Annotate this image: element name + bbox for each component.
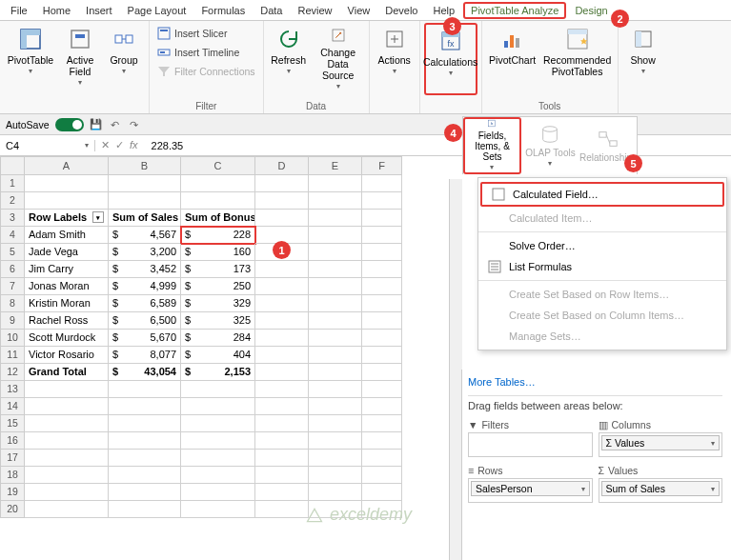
tab-developer[interactable]: Develo <box>378 3 424 18</box>
cell[interactable] <box>181 381 255 398</box>
cell[interactable] <box>109 450 181 467</box>
cell[interactable] <box>309 175 362 192</box>
col-header-C[interactable]: C <box>181 156 255 175</box>
data-bonus-cell[interactable]: $228 <box>181 227 255 244</box>
pivottable-button[interactable]: PivotTable▾ <box>4 23 57 95</box>
row-header-5[interactable]: 5 <box>0 244 25 261</box>
tab-file[interactable]: File <box>4 3 34 18</box>
cell[interactable] <box>362 312 402 330</box>
cell[interactable] <box>309 312 362 330</box>
cell[interactable] <box>362 210 402 227</box>
cell[interactable] <box>181 192 255 210</box>
save-icon[interactable]: 💾 <box>90 118 103 131</box>
tab-page-layout[interactable]: Page Layout <box>121 3 193 18</box>
cell[interactable] <box>255 415 309 432</box>
data-name-cell[interactable]: Kristin Moran <box>25 295 109 312</box>
cell[interactable] <box>255 398 309 415</box>
fields-items-sets-button[interactable]: fx Fields, Items, & Sets▾ <box>463 117 521 174</box>
cell[interactable] <box>309 467 362 484</box>
cell[interactable] <box>109 415 181 432</box>
group-button[interactable]: Group▾ <box>103 23 145 95</box>
cell[interactable] <box>309 432 362 450</box>
cell[interactable] <box>362 192 402 210</box>
columns-pill[interactable]: Σ Values▾ <box>601 435 721 450</box>
cell[interactable] <box>362 330 402 347</box>
cell[interactable] <box>25 175 109 192</box>
rows-pill[interactable]: SalesPerson▾ <box>471 481 590 496</box>
cell[interactable] <box>25 381 109 398</box>
row-header-7[interactable]: 7 <box>0 278 25 295</box>
data-name-cell[interactable]: Jim Carry <box>25 261 109 278</box>
row-header-4[interactable]: 4 <box>0 227 25 244</box>
more-tables-link[interactable]: More Tables… <box>468 373 722 395</box>
data-name-cell[interactable]: Rachel Ross <box>25 312 109 330</box>
row-header-1[interactable]: 1 <box>0 175 25 192</box>
cell[interactable] <box>309 484 362 501</box>
cell[interactable] <box>309 278 362 295</box>
data-name-cell[interactable]: Adam Smith <box>25 227 109 244</box>
solve-order-item[interactable]: Solve Order… <box>478 235 726 256</box>
row-header-15[interactable]: 15 <box>0 415 25 432</box>
tab-pivottable-analyze[interactable]: PivotTable Analyze <box>463 2 566 19</box>
columns-dropzone[interactable]: Σ Values▾ <box>599 432 723 457</box>
cell[interactable] <box>25 398 109 415</box>
cell[interactable] <box>109 432 181 450</box>
cell[interactable] <box>309 450 362 467</box>
row-header-14[interactable]: 14 <box>0 398 25 415</box>
data-bonus-cell[interactable]: $284 <box>181 330 255 347</box>
sum-sales-header[interactable]: Sum of Sales <box>109 210 181 227</box>
data-name-cell[interactable]: Jonas Moran <box>25 278 109 295</box>
row-header-2[interactable]: 2 <box>0 192 25 210</box>
data-name-cell[interactable]: Jade Vega <box>25 244 109 261</box>
olap-tools-button[interactable]: OLAP Tools▾ <box>523 117 578 174</box>
row-header-10[interactable]: 10 <box>0 330 25 347</box>
cell[interactable] <box>362 432 402 450</box>
data-bonus-cell[interactable]: $404 <box>181 347 255 364</box>
row-header-9[interactable]: 9 <box>0 312 25 330</box>
calculated-field-item[interactable]: Calculated Field… <box>480 182 724 207</box>
col-header-B[interactable]: B <box>109 156 181 175</box>
data-sales-cell[interactable]: $4,567 <box>109 227 181 244</box>
col-header-F[interactable]: F <box>362 156 402 175</box>
cell[interactable] <box>362 381 402 398</box>
cell[interactable] <box>309 415 362 432</box>
row-header-13[interactable]: 13 <box>0 381 25 398</box>
cell[interactable] <box>255 261 309 278</box>
cell[interactable] <box>255 484 309 501</box>
name-box[interactable]: C4▾ <box>0 140 95 151</box>
sum-bonus-header[interactable]: Sum of Bonus <box>181 210 255 227</box>
cell[interactable] <box>255 347 309 364</box>
insert-timeline-button[interactable]: Insert Timeline <box>153 44 259 61</box>
cell[interactable] <box>362 398 402 415</box>
cell[interactable] <box>309 330 362 347</box>
cell[interactable] <box>309 261 362 278</box>
grand-total-sales[interactable]: $43,054 <box>109 364 181 381</box>
pivotchart-button[interactable]: PivotChart <box>486 23 539 95</box>
data-bonus-cell[interactable]: $250 <box>181 278 255 295</box>
cell[interactable] <box>362 278 402 295</box>
data-sales-cell[interactable]: $5,670 <box>109 330 181 347</box>
row-header-20[interactable]: 20 <box>0 501 25 518</box>
cell[interactable] <box>109 501 181 518</box>
cell[interactable] <box>25 415 109 432</box>
show-button[interactable]: Show▾ <box>622 23 664 95</box>
cell[interactable] <box>309 210 362 227</box>
cell[interactable] <box>181 484 255 501</box>
cell[interactable] <box>309 244 362 261</box>
cell[interactable] <box>181 501 255 518</box>
cell[interactable] <box>181 467 255 484</box>
cell[interactable] <box>109 467 181 484</box>
tab-home[interactable]: Home <box>36 3 77 18</box>
cell[interactable] <box>25 432 109 450</box>
cell[interactable] <box>255 432 309 450</box>
data-bonus-cell[interactable]: $329 <box>181 295 255 312</box>
cell[interactable] <box>25 450 109 467</box>
cell[interactable] <box>309 227 362 244</box>
tab-design[interactable]: Design <box>568 3 614 18</box>
cell[interactable] <box>255 381 309 398</box>
enter-icon[interactable]: ✓ <box>115 139 124 151</box>
cell[interactable] <box>25 484 109 501</box>
tab-help[interactable]: Help <box>426 3 461 18</box>
active-field-button[interactable]: Active Field▾ <box>59 23 101 95</box>
cell[interactable] <box>181 432 255 450</box>
